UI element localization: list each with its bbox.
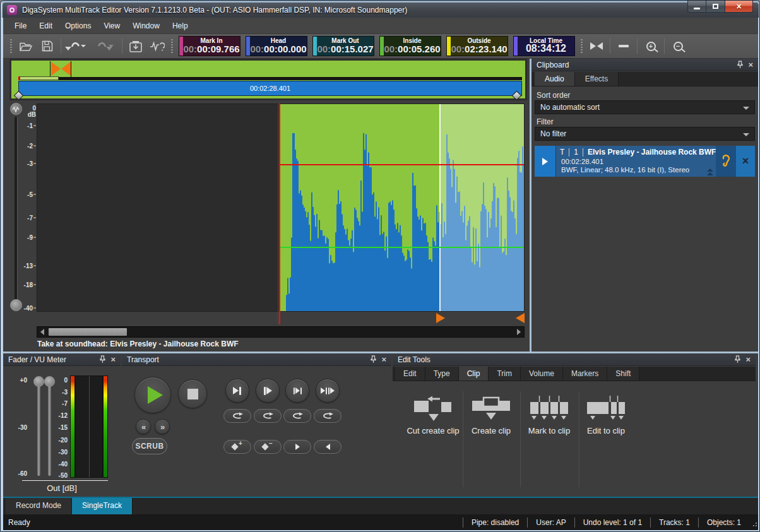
waveform-panel[interactable]	[37, 103, 525, 312]
skip-forward-button[interactable]: »	[155, 419, 170, 434]
waveform-canvas[interactable]	[37, 104, 524, 311]
menu-window[interactable]: Window	[126, 18, 166, 34]
clip-item-body[interactable]: T 1 Elvis Presley - Jailhouse Rock BWF 0…	[556, 146, 716, 177]
close-panel-icon[interactable]: ×	[381, 355, 386, 364]
tool-create-clip[interactable]: Create clip	[463, 393, 519, 468]
time-field-local-time[interactable]: Local Time08:34:12	[513, 36, 575, 56]
time-field-head[interactable]: Head00:00:00.000	[246, 36, 307, 56]
menu-options[interactable]: Options	[59, 18, 97, 34]
edit-tab-trim[interactable]: Trim	[489, 367, 521, 381]
clip-remove-button[interactable]: ×	[736, 146, 755, 177]
play-from-in-button[interactable]	[256, 379, 280, 403]
fader-left-track[interactable]	[37, 381, 40, 476]
prev-marker-button[interactable]	[314, 440, 341, 454]
scrub-label: SCRUB	[135, 442, 163, 451]
redo-button[interactable]	[93, 37, 118, 55]
tool-mark-to-clip[interactable]: Mark to clip	[521, 393, 577, 468]
mark-out-handle-icon[interactable]	[61, 62, 71, 76]
mode-tab-record-mode[interactable]: Record Mode	[6, 498, 72, 514]
playhead-cursor[interactable]	[279, 103, 280, 324]
maximize-button[interactable]	[706, 1, 725, 13]
clip-play-button[interactable]	[535, 146, 556, 177]
menu-file[interactable]: File	[8, 18, 33, 34]
mode-tab-singletrack[interactable]: SingleTrack	[72, 498, 133, 514]
overview-view-window[interactable]	[20, 76, 59, 80]
pin-icon[interactable]	[737, 61, 743, 69]
clipboard-tab-effects[interactable]: Effects	[575, 72, 619, 86]
audio-settings-button[interactable]	[148, 37, 167, 55]
edit-tab-markers[interactable]: Markers	[563, 367, 607, 381]
skip-back-button[interactable]: «	[136, 419, 151, 434]
play-to-out-button[interactable]	[225, 379, 249, 403]
menu-edit[interactable]: Edit	[33, 18, 59, 34]
scroll-right-button[interactable]	[514, 327, 524, 337]
edit-tab-type[interactable]: Type	[425, 367, 459, 381]
minimize-button[interactable]	[687, 1, 706, 13]
close-panel-icon[interactable]: ×	[745, 355, 751, 364]
next-marker-button[interactable]	[283, 440, 311, 454]
sort-order-dropdown[interactable]: No automatic sort	[535, 100, 755, 114]
edit-tab-edit[interactable]: Edit	[395, 367, 425, 381]
save-button[interactable]	[38, 37, 57, 55]
fader-right-track[interactable]	[48, 381, 51, 476]
pin-icon[interactable]	[100, 355, 105, 364]
close-button[interactable]: ×	[725, 1, 753, 13]
time-field-inside[interactable]: Inside00:00:05.260	[379, 36, 441, 56]
mark-in-handle-icon[interactable]	[51, 62, 61, 76]
scrollbar-handle[interactable]	[49, 328, 127, 336]
selection-start-marker[interactable]	[436, 313, 445, 323]
zoom-out-button[interactable]: −	[668, 37, 687, 55]
amplitude-zoom-knob[interactable]	[10, 299, 22, 311]
import-button[interactable]	[126, 37, 145, 55]
zoom-to-selection-button[interactable]	[587, 37, 606, 55]
edit-tab-shift[interactable]: Shift	[607, 367, 639, 381]
menu-view[interactable]: View	[97, 18, 126, 34]
zoom-in-button[interactable]: +	[641, 37, 660, 55]
amplitude-zoom-icon[interactable]	[10, 103, 22, 115]
loop-button[interactable]	[283, 409, 311, 423]
tool-cut-create-clip[interactable]: Cut create clip	[405, 393, 461, 468]
resize-grip[interactable]	[749, 517, 758, 528]
play-around-button[interactable]	[285, 379, 309, 403]
amplitude-zoom-slider[interactable]	[15, 117, 18, 301]
pin-icon[interactable]	[371, 355, 376, 364]
play-button[interactable]	[134, 377, 171, 413]
menu-help[interactable]: Help	[166, 18, 194, 34]
tool-edit-to-clip[interactable]: Edit to clip	[578, 393, 634, 468]
toolbar-grip[interactable]	[10, 39, 12, 53]
remove-marker-button[interactable]: −	[254, 440, 282, 454]
loop-button[interactable]	[223, 409, 251, 423]
open-button[interactable]	[16, 37, 35, 55]
toolbar-grip[interactable]	[581, 39, 583, 53]
close-panel-icon[interactable]: ×	[748, 61, 753, 69]
play-skip-button[interactable]	[316, 379, 340, 403]
close-icon: ×	[736, 2, 741, 11]
loop-button[interactable]	[314, 409, 341, 423]
add-marker-button[interactable]: +	[223, 440, 251, 454]
stop-button[interactable]	[178, 379, 207, 408]
zoom-reset-button[interactable]	[614, 37, 633, 55]
pin-icon[interactable]	[735, 355, 740, 364]
time-field-mark-out[interactable]: Mark Out00:00:15.027	[312, 36, 374, 56]
waveform-scrollbar[interactable]	[37, 326, 525, 338]
prelisten-button[interactable]	[716, 146, 736, 177]
close-panel-icon[interactable]: ×	[110, 355, 116, 364]
fader-left-knob[interactable]	[33, 376, 44, 387]
time-main: 00:09.766	[197, 44, 240, 54]
time-field-outside[interactable]: Outside00:02:23.140	[446, 36, 508, 56]
clipboard-item[interactable]: T 1 Elvis Presley - Jailhouse Rock BWF 0…	[535, 146, 755, 177]
loop-button[interactable]	[254, 409, 282, 423]
clipboard-tab-audio[interactable]: Audio	[535, 72, 575, 86]
time-field-mark-in[interactable]: Mark In00:00:09.766	[179, 36, 240, 56]
title-bar[interactable]: DigaSystem MultiTrack Editor Version 7.1…	[1, 1, 760, 18]
collapse-chevrons-icon[interactable]	[707, 168, 713, 175]
undo-button[interactable]	[65, 37, 90, 55]
scrub-button[interactable]: SCRUB	[132, 438, 167, 454]
take-duration-bar[interactable]: 00:02:28.401	[18, 81, 522, 96]
toolbar-grip[interactable]	[171, 39, 173, 53]
scroll-left-button[interactable]	[37, 327, 47, 337]
selection-end-marker[interactable]	[516, 313, 525, 323]
edit-tab-clip[interactable]: Clip	[459, 367, 489, 381]
edit-tab-volume[interactable]: Volume	[521, 367, 563, 381]
filter-dropdown[interactable]: No filter	[535, 127, 755, 141]
